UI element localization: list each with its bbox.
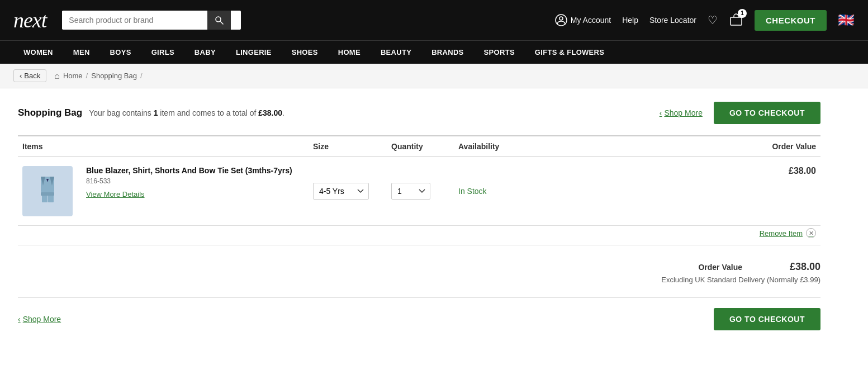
table-row: Blue Blazer, Shirt, Shorts And Bow Tie S… [18, 157, 820, 226]
item-name: Blue Blazer, Shirt, Shorts And Bow Tie S… [86, 166, 292, 175]
shop-more-link-top[interactable]: ‹ Shop More [660, 108, 703, 117]
account-link[interactable]: My Account [555, 14, 611, 26]
availability-cell: In Stock [454, 157, 554, 226]
nav-brands[interactable]: BRANDS [421, 41, 473, 64]
bag-total-inline: £38.00 [258, 108, 282, 117]
breadcrumb-sep-1: / [86, 72, 88, 80]
go-to-checkout-button-top[interactable]: GO TO CHECKOUT [714, 102, 820, 124]
quantity-cell: 1 [387, 157, 454, 226]
back-label: Back [24, 72, 40, 80]
remove-spacer [18, 226, 554, 245]
items-table: Items Size Quantity Availability Order V… [18, 135, 820, 245]
quantity-select[interactable]: 1 [391, 183, 430, 200]
svg-point-3 [559, 17, 563, 20]
flag-icon: 🇬🇧 [838, 12, 855, 28]
wishlist-icon[interactable]: ♡ [708, 13, 718, 27]
nav-beauty[interactable]: BEAUTY [371, 41, 421, 64]
breadcrumb-home-label: Home [63, 72, 83, 80]
shop-more-chevron-icon: ‹ [660, 108, 662, 117]
svg-rect-4 [731, 17, 742, 25]
item-image-cell: Blue Blazer, Shirt, Shorts And Bow Tie S… [18, 157, 309, 226]
shop-more-chevron-bottom-icon: ‹ [18, 315, 21, 324]
order-summary-row: Order Value £38.00 [664, 261, 820, 273]
store-locator-link[interactable]: Store Locator [649, 16, 696, 25]
nav-women[interactable]: WOMEN [13, 41, 63, 64]
nav-boys[interactable]: BOYS [100, 41, 141, 64]
nav-men[interactable]: MEN [63, 41, 100, 64]
remove-item-button[interactable]: Remove Item ✕ [760, 228, 816, 238]
nav-home[interactable]: HOME [328, 41, 371, 64]
shop-more-label-bottom: Shop More [23, 315, 61, 324]
nav-lingerie[interactable]: LINGERIE [226, 41, 282, 64]
svg-line-1 [221, 21, 224, 24]
category-nav: WOMEN MEN BOYS GIRLS BABY LINGERIE SHOES… [0, 40, 868, 64]
remove-item-row: Remove Item ✕ [18, 226, 820, 245]
product-image [25, 169, 70, 214]
search-wrapper [62, 11, 241, 30]
bag-subtitle-suffix: . [282, 108, 284, 117]
help-link[interactable]: Help [622, 16, 638, 25]
breadcrumb-bag-label: Shopping Bag [91, 72, 137, 80]
go-to-checkout-button-bottom[interactable]: GO TO CHECKOUT [714, 308, 820, 330]
order-value-cell: £38.00 [554, 157, 820, 226]
search-icon [214, 15, 224, 25]
top-bar-right: My Account Help Store Locator ♡ 1 CHECKO… [555, 10, 855, 31]
svg-point-0 [216, 17, 221, 22]
shop-more-label-top: Shop More [664, 108, 702, 117]
search-input[interactable] [62, 11, 207, 29]
item-sku: 816-533 [86, 177, 292, 185]
bottom-bar: ‹ Shop More GO TO CHECKOUT [18, 297, 820, 330]
breadcrumb-sep-2: / [140, 72, 143, 80]
shop-more-link-bottom[interactable]: ‹ Shop More [18, 315, 61, 324]
col-availability: Availability [454, 136, 554, 157]
order-summary: Order Value £38.00 Excluding UK Standard… [18, 252, 820, 293]
nav-gifts[interactable]: GIFTS & FLOWERS [525, 41, 614, 64]
header-checkout-button[interactable]: CHECKOUT [755, 10, 827, 31]
size-select[interactable]: 4-5 Yrs [313, 183, 369, 200]
remove-item-label: Remove Item [760, 229, 803, 238]
search-button[interactable] [207, 11, 231, 30]
logo: next [13, 8, 46, 32]
nav-baby[interactable]: BABY [184, 41, 226, 64]
remove-x-icon: ✕ [806, 228, 816, 238]
item-image [22, 166, 73, 216]
delivery-note: Excluding UK Standard Delivery (Normally… [661, 275, 820, 284]
back-chevron-icon: ‹ [20, 72, 22, 80]
availability-status: In Stock [458, 187, 487, 196]
svg-rect-11 [41, 192, 54, 196]
item-details: Blue Blazer, Shirt, Shorts And Bow Tie S… [79, 166, 292, 198]
col-order-value: Order Value [554, 136, 820, 157]
account-label: My Account [571, 16, 611, 25]
size-cell: 4-5 Yrs [309, 157, 387, 226]
col-items: Items [18, 136, 309, 157]
breadcrumb: ‹ Back ⌂ Home / Shopping Bag / [0, 64, 868, 88]
col-size: Size [309, 136, 387, 157]
col-quantity: Quantity [387, 136, 454, 157]
bag-header: Shopping Bag Your bag contains 1 item an… [18, 102, 820, 124]
home-icon: ⌂ [54, 71, 60, 81]
view-more-details-link[interactable]: View More Details [86, 190, 145, 198]
bag-subtitle-middle: item and comes to a total of [158, 108, 258, 117]
remove-item-cell: Remove Item ✕ [554, 226, 820, 245]
main-content: Shopping Bag Your bag contains 1 item an… [0, 88, 838, 344]
account-icon [555, 14, 567, 26]
order-summary-label: Order Value [664, 263, 742, 272]
bag-subtitle: Your bag contains 1 item and comes to a … [89, 108, 284, 117]
bag-header-right: ‹ Shop More GO TO CHECKOUT [660, 102, 820, 124]
top-bar: next My Account Help Store Locator ♡ [0, 0, 868, 40]
nav-girls[interactable]: GIRLS [141, 41, 184, 64]
basket-count: 1 [738, 9, 747, 18]
nav-shoes[interactable]: SHOES [282, 41, 328, 64]
bag-title: Shopping Bag [18, 107, 82, 118]
delivery-note-text: Excluding UK Standard Delivery (Normally… [661, 276, 820, 284]
back-button[interactable]: ‹ Back [13, 69, 46, 82]
bag-subtitle-prefix: Your bag contains [89, 108, 153, 117]
basket-icon-wrapper[interactable]: 1 [729, 12, 743, 29]
order-summary-value: £38.00 [776, 261, 820, 273]
nav-sports[interactable]: SPORTS [474, 41, 525, 64]
